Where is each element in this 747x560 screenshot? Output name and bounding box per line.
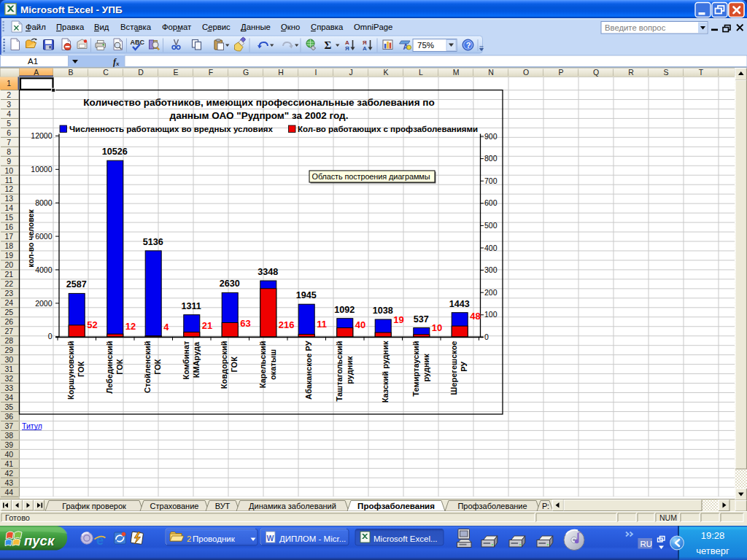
svg-text:ГОК: ГОК (77, 361, 85, 377)
svg-text:63: 63 (240, 318, 250, 329)
svg-text:7: 7 (7, 138, 11, 147)
svg-text:Динамика заболеваний: Динамика заболеваний (249, 502, 336, 510)
svg-text:Окно: Окно (281, 23, 300, 31)
svg-text:100: 100 (484, 310, 498, 319)
svg-text:данным ОАО "Рудпром" за 2002 г: данным ОАО "Рудпром" за 2002 год. (170, 110, 349, 121)
svg-text:Вид: Вид (94, 23, 109, 31)
svg-text:e: e (96, 533, 104, 548)
svg-text:пуск: пуск (24, 533, 55, 548)
svg-text:ДИПЛОМ - Micr...: ДИПЛОМ - Micr... (279, 534, 346, 543)
svg-text:RU: RU (640, 540, 653, 548)
svg-text:Microsoft Excel - УПБ: Microsoft Excel - УПБ (20, 4, 123, 15)
svg-text:41: 41 (4, 459, 13, 468)
svg-text:Кол-во работающих с профзаболе: Кол-во работающих с профзаболеваниями (298, 125, 478, 133)
svg-text:I: I (315, 68, 317, 77)
svg-text:S: S (663, 68, 668, 77)
svg-text:35: 35 (4, 402, 13, 411)
svg-text:29: 29 (4, 346, 13, 354)
svg-text:9: 9 (7, 157, 11, 166)
svg-text:1: 1 (7, 79, 11, 88)
svg-text:кол-во человек: кол-во человек (26, 209, 35, 268)
svg-text:37: 37 (4, 421, 13, 430)
svg-text:10000: 10000 (31, 165, 52, 174)
svg-text:11: 11 (5, 176, 13, 184)
svg-text:Коршуновский: Коршуновский (66, 341, 75, 400)
svg-text:КМАруда: КМАруда (192, 341, 201, 378)
svg-text:52: 52 (87, 319, 97, 330)
svg-text:J: J (349, 68, 352, 77)
svg-text:K: K (383, 68, 388, 77)
svg-text:1443: 1443 (449, 299, 470, 309)
svg-text:A1: A1 (28, 57, 38, 66)
svg-text:8000: 8000 (35, 198, 53, 207)
svg-text:1945: 1945 (296, 290, 317, 300)
svg-text:75%: 75% (417, 41, 434, 50)
svg-text:19: 19 (393, 314, 403, 325)
svg-text:Комбинат: Комбинат (182, 341, 190, 380)
svg-text:3348: 3348 (258, 267, 278, 277)
svg-text:12000: 12000 (31, 131, 52, 140)
svg-text:Формат: Формат (162, 23, 191, 31)
svg-text:2: 2 (7, 90, 11, 99)
svg-text:T: T (699, 68, 704, 77)
svg-text:Темиртауский: Темиртауский (411, 341, 420, 397)
svg-text:40: 40 (4, 450, 13, 459)
svg-text:32: 32 (4, 374, 13, 383)
svg-text:Титул: Титул (22, 421, 42, 430)
svg-text:Страхование: Страхование (150, 502, 199, 510)
svg-text:600: 600 (484, 198, 498, 207)
svg-text:13: 13 (4, 194, 13, 203)
svg-text:окатыш: окатыш (268, 349, 277, 380)
svg-text:O: O (523, 68, 529, 77)
svg-text:19: 19 (4, 251, 13, 260)
svg-text:8: 8 (7, 147, 11, 156)
svg-text:Готово: Готово (5, 513, 30, 522)
svg-text:1038: 1038 (373, 306, 393, 316)
svg-text:2000: 2000 (35, 299, 53, 308)
svg-text:Стойленский: Стойленский (143, 341, 152, 393)
svg-text:А: А (363, 45, 367, 52)
svg-text:31: 31 (4, 365, 13, 373)
svg-text:17: 17 (4, 232, 13, 241)
svg-text:26: 26 (4, 317, 13, 326)
svg-text:11: 11 (317, 319, 327, 330)
svg-text:F: F (209, 68, 213, 77)
svg-text:Профзаболевания: Профзаболевания (357, 502, 435, 510)
svg-text:33: 33 (4, 384, 13, 392)
svg-text:39: 39 (4, 440, 13, 449)
svg-text:ГОК: ГОК (230, 357, 239, 373)
svg-text:14: 14 (4, 203, 13, 212)
svg-text:40: 40 (355, 319, 365, 330)
svg-text:OmniPage: OmniPage (354, 23, 392, 31)
svg-text:10: 10 (4, 166, 13, 175)
svg-text:Microsoft Excel...: Microsoft Excel... (374, 534, 438, 543)
svg-text:W: W (267, 534, 274, 542)
svg-text:4: 4 (163, 322, 169, 332)
svg-text:38: 38 (4, 431, 13, 440)
svg-text:28: 28 (4, 336, 13, 345)
svg-text:200: 200 (484, 288, 498, 297)
svg-text:12: 12 (125, 321, 136, 332)
svg-text:Введите вопрос: Введите вопрос (605, 23, 666, 32)
svg-text:500: 500 (484, 221, 498, 230)
svg-text:42: 42 (4, 469, 13, 478)
svg-text:Р:: Р: (542, 502, 549, 510)
svg-text:10: 10 (432, 322, 442, 333)
svg-text:?: ? (466, 41, 471, 50)
svg-text:L: L (419, 68, 423, 77)
svg-text:Я: Я (345, 45, 349, 52)
svg-text:Вставка: Вставка (120, 23, 152, 31)
svg-text:18: 18 (4, 241, 13, 250)
svg-text:30: 30 (4, 355, 13, 364)
svg-text:Таштагольский: Таштагольский (335, 341, 344, 402)
svg-text:ВУТ: ВУТ (215, 502, 231, 510)
svg-text:22: 22 (4, 279, 13, 288)
svg-text:График проверок: График проверок (62, 502, 126, 510)
svg-text:44: 44 (4, 488, 13, 497)
svg-text:Численность работающих во вред: Численность работающих во вредных услови… (69, 125, 273, 133)
svg-text:4000: 4000 (35, 265, 53, 274)
svg-text:ГОК: ГОК (115, 359, 124, 375)
svg-text:5: 5 (7, 119, 11, 128)
svg-text:2587: 2587 (66, 279, 87, 289)
svg-text:4: 4 (7, 109, 11, 118)
